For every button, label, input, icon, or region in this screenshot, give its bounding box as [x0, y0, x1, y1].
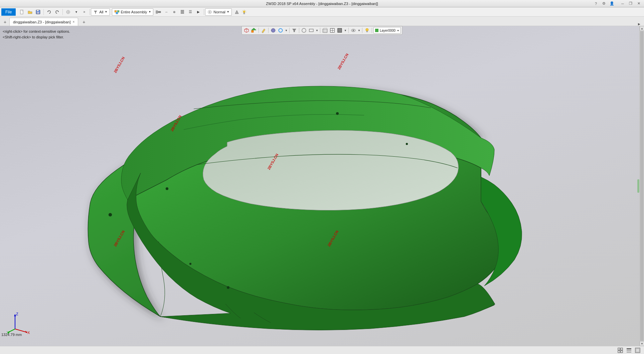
sep — [289, 28, 290, 33]
close-button[interactable]: ✕ — [635, 0, 643, 7]
shape-dropdown-button[interactable]: ▼ — [285, 27, 288, 34]
svg-rect-42 — [323, 29, 327, 32]
assembly-dropdown[interactable]: Entire Assembly ▼ — [112, 8, 154, 16]
svg-rect-12 — [156, 11, 158, 13]
hint-line2: <Shift-right-click> to display pick filt… — [3, 34, 70, 40]
box-view-icon[interactable] — [322, 27, 328, 34]
filter-label: All — [99, 10, 103, 14]
sep — [268, 28, 269, 33]
assembly-arrow-icon: ▼ — [148, 10, 151, 13]
svg-rect-3 — [37, 10, 39, 11]
svg-rect-64 — [618, 351, 620, 353]
scroll-up-button[interactable]: ▲ — [640, 26, 644, 31]
sep — [362, 28, 362, 33]
assembly-tool-5[interactable]: ☰ — [187, 8, 194, 16]
assembly-tool-2[interactable]: ↔ — [163, 8, 170, 16]
fullscreen-icon[interactable] — [634, 347, 641, 354]
3d-box-icon[interactable] — [243, 27, 250, 34]
svg-point-40 — [302, 28, 306, 32]
rect-dropdown-button[interactable]: ▼ — [315, 27, 319, 34]
svg-rect-11 — [116, 12, 118, 14]
visibility-icon[interactable] — [350, 27, 357, 34]
svg-rect-68 — [627, 352, 631, 353]
circle-draw-icon[interactable] — [301, 27, 307, 34]
solid-dropdown-button[interactable]: ▼ — [344, 27, 347, 34]
sep — [348, 28, 349, 33]
svg-rect-47 — [338, 28, 342, 32]
help-icon[interactable]: ? — [592, 0, 600, 7]
assembly-tool-1[interactable] — [155, 8, 162, 16]
filter-icon[interactable] — [291, 27, 298, 34]
save-button[interactable] — [34, 8, 42, 16]
user-icon[interactable]: 👤 — [608, 0, 616, 7]
layer-arrow-icon: ▼ — [397, 29, 399, 32]
tab-bar: + dinggaiwaiban.Z3 - [dinggaiwaiban] × +… — [0, 17, 644, 26]
assembly-tool-6[interactable]: ▶ — [195, 8, 202, 16]
svg-line-24 — [246, 10, 246, 11]
svg-rect-52 — [375, 29, 378, 32]
svg-marker-33 — [252, 28, 256, 30]
svg-point-20 — [209, 11, 210, 13]
tab-label: dinggaiwaiban.Z3 - [dinggaiwaiban] — [13, 20, 70, 24]
light-button[interactable] — [240, 8, 248, 16]
hint-line1: <right-click> for context-sensitive opti… — [3, 29, 70, 34]
extra-tools-button[interactable] — [64, 8, 72, 16]
open-button[interactable] — [26, 8, 34, 16]
lamp-icon[interactable] — [364, 27, 370, 34]
solid-box-icon[interactable] — [336, 27, 343, 34]
settings-icon[interactable]: ⚙ — [600, 0, 608, 7]
tab-close-button[interactable]: × — [72, 20, 74, 24]
scroll-down-button[interactable]: ▼ — [640, 341, 644, 346]
dropdown-arrow-button[interactable]: ▼ — [72, 8, 80, 16]
active-tab[interactable]: dinggaiwaiban.Z3 - [dinggaiwaiban] × — [9, 18, 78, 26]
svg-point-38 — [279, 29, 282, 32]
rect-draw-icon[interactable] — [308, 27, 315, 34]
add-tab-button[interactable]: + — [80, 18, 88, 26]
sep — [259, 28, 259, 33]
redo-button[interactable] — [53, 8, 61, 16]
assembly-tool-4[interactable] — [179, 8, 186, 16]
hole-2 — [109, 213, 112, 216]
file-menu-button[interactable]: File — [1, 8, 16, 16]
svg-rect-63 — [621, 348, 623, 350]
shapes-icon[interactable] — [251, 27, 257, 34]
assembly-tool-3[interactable]: ⊕ — [171, 8, 178, 16]
minimize-button[interactable]: ─ — [619, 0, 627, 7]
more-button[interactable]: » — [80, 8, 88, 16]
visibility-dropdown-button[interactable]: ▼ — [357, 27, 361, 34]
list-view-icon[interactable] — [625, 347, 633, 354]
svg-marker-8 — [94, 11, 97, 14]
filter-dropdown[interactable]: All ▼ — [91, 8, 110, 16]
title-bar: ZW3D 2018 SP x64 Assembly - [dinggaiwaib… — [0, 0, 644, 7]
grid-view-icon[interactable] — [617, 347, 624, 354]
right-scrollbar: ▲ ▼ — [639, 26, 644, 346]
svg-rect-4 — [37, 12, 39, 14]
undo-button[interactable] — [45, 8, 53, 16]
separator2 — [62, 9, 63, 15]
viewport-toolbar: ▼ ▼ ▼ ▼ — [241, 26, 402, 35]
torus-icon[interactable] — [277, 27, 284, 34]
layer-dropdown[interactable]: Layer0000 ▼ — [373, 27, 401, 34]
wireframe-icon[interactable] — [329, 27, 336, 34]
pencil-icon[interactable] — [260, 27, 267, 34]
hole-1 — [166, 187, 168, 190]
status-right-icons — [617, 347, 641, 354]
new-tab-button[interactable]: + — [1, 18, 9, 26]
new-button[interactable] — [18, 8, 26, 16]
svg-text:X: X — [27, 331, 30, 334]
filter-arrow-icon: ▼ — [105, 10, 108, 13]
scroll-thumb[interactable] — [640, 31, 644, 341]
hole-6 — [189, 263, 191, 265]
svg-rect-32 — [252, 30, 254, 32]
window-title: ZW3D 2018 SP x64 Assembly - [dinggaiwaib… — [266, 2, 378, 6]
tab-scroll-right[interactable]: ▶ — [638, 22, 643, 26]
normal-dropdown[interactable]: Normal ▼ — [205, 8, 232, 16]
render-button[interactable] — [233, 8, 240, 16]
sphere-icon[interactable] — [270, 27, 277, 34]
axis-indicator: Z X Y — [7, 311, 30, 334]
layer-label: Layer0000 — [380, 29, 395, 32]
hole-4 — [406, 143, 408, 145]
svg-rect-51 — [366, 31, 368, 32]
svg-rect-41 — [309, 29, 313, 32]
restore-button[interactable]: ❐ — [627, 0, 635, 7]
